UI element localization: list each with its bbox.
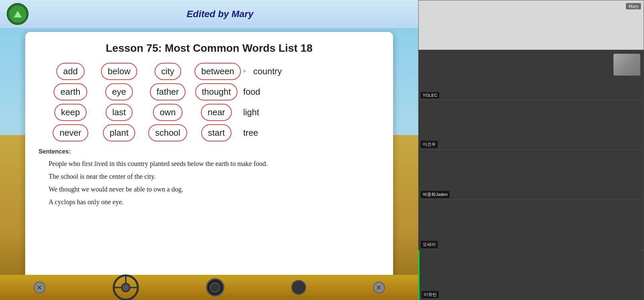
sidebar: Mary YGLEC 이건우 박종화Jaden 오세아 이유빈 xyxy=(418,0,644,300)
word-oval-father: father xyxy=(150,83,186,100)
words-section: add below city between + country xyxy=(39,63,380,141)
words-row-1: add below city between + country xyxy=(39,63,380,80)
right-control-button[interactable]: ✕ xyxy=(373,282,385,294)
yglec-label: YGLEC xyxy=(421,92,439,98)
word-cell-earth: earth xyxy=(49,83,92,100)
word-oval-near: near xyxy=(201,104,232,121)
header-bar: Edited by Mary xyxy=(0,0,418,29)
word-cell-start: start xyxy=(195,124,238,141)
word-cell-thought: thought xyxy=(195,83,238,100)
word-oval-city: city xyxy=(155,63,181,80)
osea-label: 오세아 xyxy=(421,241,438,248)
word-cell-own: own xyxy=(146,104,190,121)
circle-button-right[interactable] xyxy=(291,280,306,295)
words-row-3: keep last own near light xyxy=(39,104,380,121)
svg-point-1 xyxy=(122,284,130,292)
word-cell-never: never xyxy=(49,124,92,141)
word-oval-earth: earth xyxy=(54,83,87,100)
word-cell-food: food xyxy=(243,87,283,97)
word-oval-between: between xyxy=(195,63,241,80)
word-plain-light: light xyxy=(243,104,259,120)
word-cell-tree: tree xyxy=(243,128,283,138)
word-plain-country: country xyxy=(253,63,282,79)
word-oval-add: add xyxy=(56,63,84,80)
igeonu-label: 이건우 xyxy=(421,141,438,148)
word-oval-plant: plant xyxy=(103,124,135,141)
word-cell-light: light xyxy=(243,107,283,118)
jaden-label: 박종화Jaden xyxy=(421,191,449,198)
sentence-3: We thought we would never be able to own… xyxy=(39,184,380,194)
words-row-2: earth eye father thought food xyxy=(39,83,380,100)
sentence-4: A cyclops has only one eye. xyxy=(39,197,380,207)
speedometer-inner xyxy=(210,283,220,293)
car-dashboard: ✕ ✕ xyxy=(0,275,418,300)
word-oval-keep: keep xyxy=(54,104,87,121)
word-plain-tree: tree xyxy=(243,125,258,140)
speedometer xyxy=(206,278,224,297)
participant-osea: 오세아 xyxy=(418,200,644,250)
word-oval-start: start xyxy=(201,124,232,141)
sentences-label: Sentences: xyxy=(39,148,380,155)
plus-indicator: + xyxy=(243,68,247,75)
word-cell-country: country xyxy=(253,66,293,77)
word-oval-eye: eye xyxy=(105,83,133,100)
logo xyxy=(7,3,29,25)
sentences-section: Sentences: People who first lived in thi… xyxy=(39,148,380,207)
lesson-title: Lesson 75: Most Common Words List 18 xyxy=(39,42,380,54)
lesson-card: Lesson 75: Most Common Words List 18 add… xyxy=(25,32,393,285)
mary-label: Mary xyxy=(626,3,641,9)
logo-triangle xyxy=(14,11,22,17)
word-plain-food: food xyxy=(243,84,260,99)
sentence-1: People who first lived in this country p… xyxy=(39,159,380,169)
word-cell-last: last xyxy=(97,104,141,121)
word-cell-plant: plant xyxy=(97,124,141,141)
sentence-2: The school is near the center of the cit… xyxy=(39,171,380,181)
word-cell-add: add xyxy=(49,63,92,80)
iyubin-label: 이유빈 xyxy=(422,291,439,298)
word-cell-near: near xyxy=(195,104,238,121)
word-oval-school: school xyxy=(148,124,187,141)
word-cell-school: school xyxy=(146,124,190,141)
word-cell-keep: keep xyxy=(49,104,92,121)
word-oval-below: below xyxy=(101,63,137,80)
main-content-area: Edited by Mary Lesson 75: Most Common Wo… xyxy=(0,0,418,300)
participant-mary: Mary xyxy=(418,0,644,50)
participant-yglec: YGLEC xyxy=(418,50,644,100)
word-cell-eye: eye xyxy=(97,83,141,100)
header-title: Edited by Mary xyxy=(29,9,412,19)
left-control-button[interactable]: ✕ xyxy=(34,282,46,294)
participant-iyubin: 이유빈 xyxy=(418,250,644,300)
word-cell-city: city xyxy=(146,63,190,80)
word-oval-last: last xyxy=(106,104,132,121)
participant-jaden: 박종화Jaden xyxy=(418,150,644,200)
word-oval-never: never xyxy=(53,124,88,141)
words-row-4: never plant school start tree xyxy=(39,124,380,141)
word-oval-thought: thought xyxy=(195,83,238,100)
word-cell-between: between + xyxy=(195,63,248,80)
steering-wheel xyxy=(112,274,139,300)
participant-igeonu: 이건우 xyxy=(418,100,644,150)
word-oval-own: own xyxy=(153,104,182,121)
yglec-video-thumbnail xyxy=(613,54,640,76)
word-cell-father: father xyxy=(146,83,190,100)
word-cell-below: below xyxy=(97,63,141,80)
